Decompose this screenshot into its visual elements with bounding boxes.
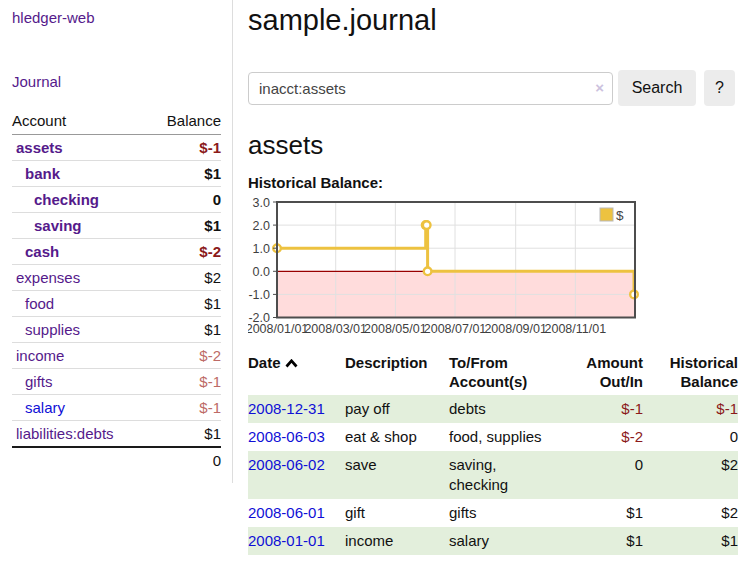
- account-link[interactable]: checking: [34, 191, 99, 208]
- clear-search-icon[interactable]: ×: [595, 79, 604, 97]
- account-link[interactable]: saving: [34, 217, 82, 234]
- transaction-description: save: [345, 451, 449, 499]
- register-header-date[interactable]: Date: [248, 350, 345, 395]
- account-row: gifts$-1: [12, 369, 221, 395]
- transaction-description: pay off: [345, 395, 449, 423]
- transaction-amount: $1: [560, 527, 643, 555]
- account-row: checking0: [12, 187, 221, 213]
- chart-title: Historical Balance:: [248, 173, 738, 192]
- account-link[interactable]: food: [25, 295, 54, 312]
- account-balance: 0: [148, 187, 221, 213]
- account-heading: assets: [248, 130, 738, 160]
- account-link[interactable]: liabilities:debts: [16, 425, 114, 442]
- transaction-date-link[interactable]: 2008-06-02: [248, 456, 325, 473]
- register-table: Date Description To/From Account(s) Amou…: [248, 350, 738, 555]
- register-header-accounts: To/From Account(s): [449, 350, 560, 395]
- sidebar: hledger-web Journal Account Balance asse…: [0, 0, 233, 483]
- account-link[interactable]: expenses: [16, 269, 80, 286]
- register-header-amount: Amount Out/In: [560, 350, 643, 395]
- transaction-date-link[interactable]: 2008-06-03: [248, 428, 325, 445]
- data-point-marker: [423, 221, 431, 229]
- transaction-accounts: food, supplies: [449, 423, 560, 451]
- x-axis-tick-label: 2008/07/01: [424, 322, 487, 336]
- account-row: assets$-1: [12, 135, 221, 161]
- search-input[interactable]: [248, 72, 613, 105]
- transaction-date-link[interactable]: 2008-01-01: [248, 532, 325, 549]
- accounts-table-body: assets$-1bank$1checking0saving$1cash$-2e…: [12, 135, 221, 448]
- page-title: sample.journal: [248, 3, 738, 37]
- account-balance: $-1: [148, 369, 221, 395]
- account-balance: $1: [148, 317, 221, 343]
- register-header-row: Date Description To/From Account(s) Amou…: [248, 350, 738, 395]
- transaction-date-link[interactable]: 2008-12-31: [248, 400, 325, 417]
- account-row: cash$-2: [12, 239, 221, 265]
- legend-swatch: [600, 208, 613, 221]
- legend-label: $: [616, 208, 624, 223]
- transaction-balance: $-1: [643, 395, 738, 423]
- help-button[interactable]: ?: [704, 70, 735, 106]
- account-balance: $-2: [148, 343, 221, 369]
- transaction-amount: $1: [560, 499, 643, 527]
- transaction-amount: $-2: [560, 423, 643, 451]
- account-link[interactable]: salary: [25, 399, 65, 416]
- transaction-accounts: salary: [449, 527, 560, 555]
- y-axis-tick-label: 2.0: [253, 219, 270, 233]
- transaction-description: gift: [345, 499, 449, 527]
- sidebar-item-journal[interactable]: Journal: [12, 72, 221, 91]
- account-row: saving$1: [12, 213, 221, 239]
- account-balance: $-2: [148, 239, 221, 265]
- account-link[interactable]: bank: [25, 165, 60, 182]
- register-table-body: 2008-12-31pay offdebts$-1$-12008-06-03ea…: [248, 395, 738, 555]
- account-row: bank$1: [12, 161, 221, 187]
- historical-balance-chart-svg: 3.02.01.00.0-1.0-2.02008/01/012008/03/01…: [248, 195, 648, 338]
- transaction-description: income: [345, 527, 449, 555]
- transaction-description: eat & shop: [345, 423, 449, 451]
- account-link[interactable]: supplies: [25, 321, 80, 338]
- transaction-balance: 0: [643, 423, 738, 451]
- accounts-total-row: 0: [12, 447, 221, 473]
- account-link[interactable]: cash: [25, 243, 59, 260]
- y-axis-tick-label: 0.0: [253, 265, 270, 279]
- transaction-accounts: debts: [449, 395, 560, 423]
- account-row: food$1: [12, 291, 221, 317]
- account-balance: $1: [148, 213, 221, 239]
- accounts-header-balance: Balance: [148, 110, 221, 135]
- accounts-total-value: 0: [148, 447, 221, 473]
- x-axis-tick-label: 2008/09/01: [484, 322, 547, 336]
- account-link[interactable]: gifts: [25, 373, 53, 390]
- account-link[interactable]: assets: [16, 139, 63, 156]
- account-balance: $-1: [148, 395, 221, 421]
- y-axis-tick-label: 3.0: [253, 196, 270, 210]
- x-axis-tick-label: 2008/03/01: [304, 322, 367, 336]
- account-balance: $-1: [148, 135, 221, 161]
- register-row: 2008-01-01incomesalary$1$1: [248, 527, 738, 555]
- account-balance: $2: [148, 265, 221, 291]
- register-row: 2008-06-03eat & shopfood, supplies$-20: [248, 423, 738, 451]
- transaction-date-link[interactable]: 2008-06-01: [248, 504, 325, 521]
- transaction-amount: 0: [560, 451, 643, 499]
- account-balance: $1: [148, 291, 221, 317]
- main-content: sample.journal × Search ? assets Histori…: [248, 0, 738, 555]
- account-row: expenses$2: [12, 265, 221, 291]
- x-axis-tick-label: 2008/11/01: [545, 322, 607, 336]
- register-row: 2008-06-01giftgifts$1$2: [248, 499, 738, 527]
- register-header-balance: Historical Balance: [643, 350, 738, 395]
- transaction-amount: $-1: [560, 395, 643, 423]
- account-row: income$-2: [12, 343, 221, 369]
- transaction-balance: $2: [643, 451, 738, 499]
- account-row: salary$-1: [12, 395, 221, 421]
- account-link[interactable]: income: [16, 347, 64, 364]
- account-row: liabilities:debts$1: [12, 421, 221, 448]
- y-axis-tick-label: 1.0: [253, 242, 270, 256]
- search-form: × Search ?: [248, 70, 738, 106]
- account-balance: $1: [148, 161, 221, 187]
- x-axis-tick-label: 2008/01/01: [248, 322, 308, 336]
- app-brand-link[interactable]: hledger-web: [12, 8, 95, 27]
- y-axis-tick-label: -1.0: [248, 288, 270, 302]
- x-axis-tick-label: 2008/05/01: [364, 322, 427, 336]
- transaction-balance: $1: [643, 527, 738, 555]
- register-row: 2008-12-31pay offdebts$-1$-1: [248, 395, 738, 423]
- transaction-accounts: gifts: [449, 499, 560, 527]
- sort-ascending-icon: [285, 359, 298, 368]
- search-button[interactable]: Search: [618, 70, 696, 106]
